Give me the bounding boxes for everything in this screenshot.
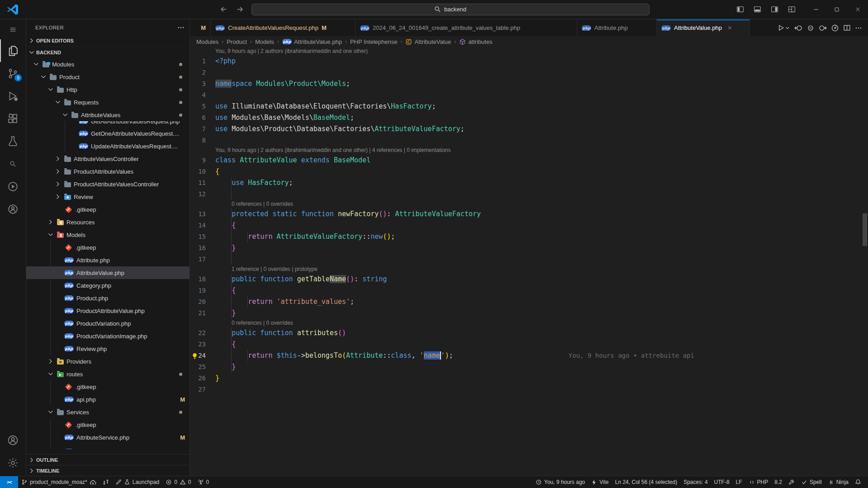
status-remote-indicator[interactable]: >< [0, 476, 18, 488]
tree-item-http[interactable]: Http [26, 83, 190, 96]
breadcrumb-attributevalue[interactable]: AttributeValue [405, 38, 451, 45]
tree-item-getoneattributevaluesrequest[interactable]: phpGetOneAttributeValuesRequest.... [26, 127, 190, 140]
activity-extensions[interactable] [0, 107, 26, 130]
workspace-root-section[interactable]: BACKEND [26, 46, 190, 58]
minimize-button[interactable] [806, 0, 826, 19]
breadcrumb-attributes[interactable]: attributes [459, 38, 492, 45]
tree-item-productvariationimage-php[interactable]: phpProductVariationImage.php [26, 330, 190, 342]
tree-item-category-php[interactable]: phpCategory.php [26, 279, 190, 292]
toggle-panel-button[interactable] [749, 3, 765, 16]
tree-item-attribute-php[interactable]: phpAttribute.php [26, 254, 190, 266]
navigate-back-button[interactable] [219, 5, 229, 14]
tree-item-product-php[interactable]: phpProduct.php [26, 292, 190, 304]
views-and-more-actions-icon[interactable] [176, 23, 186, 33]
tab-attribute-php[interactable]: phpAttribute.php [577, 19, 657, 36]
status-encoding[interactable]: UTF-8 [711, 476, 733, 488]
tree-item-attributevalue-php[interactable]: phpAttributeValue.php [26, 266, 190, 279]
activity-accounts[interactable] [0, 429, 26, 451]
step-back-button[interactable] [793, 22, 804, 34]
tree-item-attributevalues[interactable]: AttributeValues [26, 109, 190, 121]
close-icon[interactable] [727, 25, 733, 31]
status-launchpad[interactable]: Launchpad [112, 476, 162, 488]
activity-user-profile[interactable] [0, 198, 26, 220]
tab-attributevalue-php[interactable]: phpAttributeValue.php [657, 19, 750, 36]
open-editors-section[interactable]: OPEN EDITORS [26, 35, 190, 46]
navigate-forward-button[interactable] [235, 5, 245, 14]
status-git-branch[interactable]: product_module_moaz* [18, 476, 100, 488]
tree-item-api-php[interactable]: phpapi.phpM [26, 393, 190, 406]
command-center-search[interactable]: backend [251, 4, 650, 15]
codelens[interactable]: 0 references | 0 overrides [190, 319, 868, 327]
breadcrumb-php-intelephense[interactable]: PHP Intelephense [350, 38, 398, 45]
activity-search[interactable] [0, 152, 26, 175]
toggle-primary-sidebar-button[interactable] [732, 3, 748, 16]
tab-partial[interactable]: M [190, 19, 211, 36]
status-inline-blame-status[interactable]: You, 9 hours ago [532, 476, 588, 488]
status-cursor-position[interactable]: Ln 24, Col 56 (4 selected) [612, 476, 680, 488]
step-forward-button[interactable] [817, 22, 828, 34]
tree-item-review[interactable]: Review [26, 190, 190, 203]
tree-item-attributevaluescontroller[interactable]: AttributeValuesController [26, 152, 190, 165]
tree-item-productvariation-php[interactable]: phpProductVariation.php [26, 317, 190, 330]
toggle-secondary-sidebar-button[interactable] [767, 3, 782, 16]
tree-item-gitkeep[interactable]: .gitkeep [26, 380, 190, 393]
record-button[interactable] [805, 22, 816, 34]
tree-item-review-php[interactable]: phpReview.php [26, 342, 190, 355]
tree-item-gitkeep[interactable]: .gitkeep [26, 241, 190, 254]
code-editor[interactable]: You, 9 hours ago | 2 authors (ibrahimkar… [190, 47, 868, 476]
status-tools[interactable] [785, 476, 798, 488]
activity-menu[interactable] [0, 19, 26, 39]
outline-section[interactable]: OUTLINE [26, 454, 190, 465]
run-code-button[interactable] [776, 22, 792, 34]
tree-item-resources[interactable]: Resources [26, 216, 190, 228]
activity-source-control[interactable]: 9 [0, 62, 26, 85]
tree-item-requests[interactable]: Requests [26, 96, 190, 109]
breadcrumb-product[interactable]: Product [227, 38, 247, 45]
tree-item-models[interactable]: Models [26, 228, 190, 241]
profile-button[interactable] [830, 22, 840, 34]
activity-explorer[interactable] [0, 39, 26, 62]
tree-item-gitkeep[interactable]: .gitkeep [26, 418, 190, 431]
tree-item-services[interactable]: Services [26, 406, 190, 418]
more-actions-button[interactable] [854, 22, 863, 34]
customize-layout-button[interactable] [784, 3, 799, 16]
status-eol[interactable]: LF [733, 476, 745, 488]
tree-item-gitkeep[interactable]: .gitkeep [26, 203, 190, 216]
tree-item-productattributevalue-php[interactable]: phpProductAttributeValue.php [26, 304, 190, 317]
tree-item-item[interactable]: php [26, 444, 190, 449]
tree-item-product[interactable]: Product [26, 71, 190, 83]
activity-testing[interactable] [0, 130, 26, 152]
tree-item-routes[interactable]: routes [26, 368, 190, 380]
codelens[interactable]: 1 reference | 0 overrides | prototype [190, 265, 868, 274]
codelens[interactable]: 0 references | 0 overrides [190, 200, 868, 208]
status-spell-checker[interactable]: Spell [798, 476, 825, 488]
status-git-compare[interactable] [100, 476, 112, 488]
activity-settings[interactable] [0, 451, 26, 474]
tree-item-attributeservice-php[interactable]: phpAttributeService.phpM [26, 431, 190, 444]
maximize-button[interactable] [826, 0, 847, 19]
activity-run-profile[interactable] [0, 175, 26, 198]
breadcrumb-attributevalue-php[interactable]: phpAttributeValue.php [282, 38, 342, 45]
tree-item-updateattributevaluesrequest[interactable]: phpUpdateAttributeValuesRequest.... [26, 140, 190, 152]
status-notifications[interactable] [852, 476, 864, 488]
status-vite[interactable]: Vite [588, 476, 612, 488]
status-ninja-tasks[interactable]: Ninja [825, 476, 852, 488]
timeline-section[interactable]: TIMELINE [26, 465, 190, 476]
split-editor-button[interactable] [842, 22, 852, 34]
activity-run-and-debug[interactable] [0, 85, 26, 107]
tree-item-getallattributevaluesrequest-php[interactable]: phpGetAllAttributeValuesRequest.php [26, 121, 190, 127]
tree-item-providers[interactable]: Providers [26, 355, 190, 368]
tree-item-productattributevalues[interactable]: ProductAttributeValues [26, 165, 190, 178]
status-language-mode[interactable]: PHP [745, 476, 772, 488]
breadcrumb-modules[interactable]: Modules [196, 38, 218, 45]
tab-2024-06-24-001649-create-attribute-values-table-php[interactable]: php2024_06_24_001649_create_attribute_va… [356, 19, 577, 36]
tree-item-productattributevaluescontroller[interactable]: ProductAttributeValuesController [26, 178, 190, 190]
status-indentation[interactable]: Spaces: 4 [680, 476, 711, 488]
tab-createattributevaluesrequest-php[interactable]: phpCreateAttributeValuesRequest.phpM [211, 19, 356, 36]
close-button[interactable] [847, 0, 868, 19]
status-php-version[interactable]: 8.2 [771, 476, 785, 488]
tree-item-modules[interactable]: Modules [26, 58, 190, 71]
status-problems[interactable]: 00 [162, 476, 194, 488]
breadcrumb-models[interactable]: Models [255, 38, 274, 45]
status-ports[interactable]: 0 [194, 476, 213, 488]
